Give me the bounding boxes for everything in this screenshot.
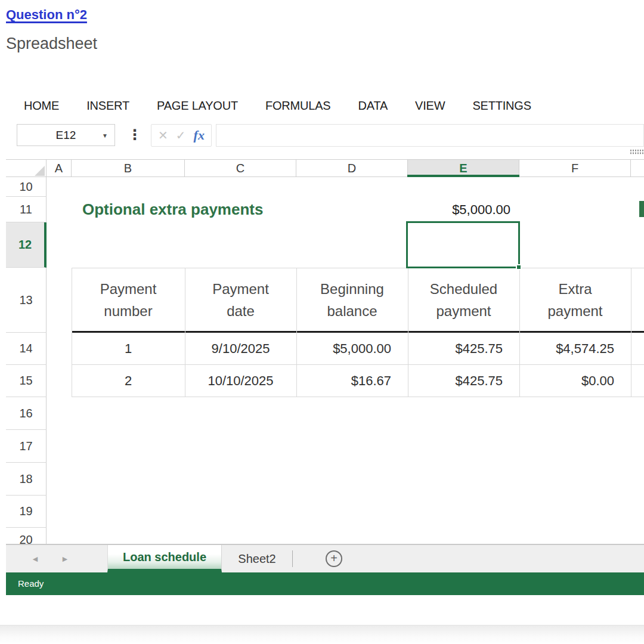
menu-settings[interactable]: SETTINGS [472, 98, 531, 113]
sheet-tab-bar: ◀ ▶ Loan schedule Sheet2 + [6, 544, 644, 572]
cell-ref-label: E12 [56, 129, 76, 142]
row-header-16[interactable]: 16 [6, 397, 47, 430]
cell-e11-value[interactable]: $5,000.00 [408, 197, 519, 222]
sheet-tab-sheet2[interactable]: Sheet2 [222, 545, 292, 572]
menu-insert[interactable]: INSERT [86, 98, 129, 113]
tab-scroll-right-icon[interactable]: ▶ [58, 545, 72, 572]
cell-e15[interactable]: $425.75 [408, 365, 519, 397]
column-header-e-selected[interactable]: E [408, 160, 519, 177]
cancel-entry-icon[interactable]: ✕ [158, 128, 168, 143]
add-sheet-icon[interactable]: + [326, 550, 342, 567]
cell-b15[interactable]: 2 [72, 365, 185, 397]
row-header-18[interactable]: 18 [6, 463, 47, 496]
column-header-c[interactable]: C [185, 160, 296, 177]
page-bottom-band [0, 625, 644, 644]
table-row-border-2 [72, 397, 644, 397]
row-header-12-selected[interactable]: 12 [6, 222, 47, 268]
header-cell-beginning-balance[interactable]: Beginningbalance [296, 268, 408, 331]
cell-c15[interactable]: 10/10/2025 [185, 365, 296, 397]
kebab-menu-icon[interactable]: ⋮ [129, 123, 141, 146]
row-header-20-partial[interactable]: 20 [6, 528, 47, 544]
question-link[interactable]: Question n°2 [6, 7, 87, 23]
select-all-corner[interactable] [6, 160, 47, 177]
column-header-f[interactable]: F [519, 160, 631, 177]
page: Question n°2 Spreadsheet HOME INSERT PAG… [0, 0, 644, 644]
cell-g11-clipped-text [639, 201, 644, 217]
formula-input[interactable] [216, 124, 644, 147]
row-header-14[interactable]: 14 [6, 333, 47, 365]
menu-bar: HOME INSERT PAGE LAYOUT FORMULAS DATA VI… [24, 98, 531, 113]
row-header-19[interactable]: 19 [6, 496, 47, 528]
cell-c14[interactable]: 9/10/2025 [185, 333, 296, 364]
menu-data[interactable]: DATA [358, 98, 388, 113]
chevron-down-icon[interactable]: ▼ [102, 132, 108, 139]
status-bar: Ready [6, 572, 644, 595]
cell-f14[interactable]: $4,574.25 [519, 333, 631, 364]
row-header-13[interactable]: 13 [6, 268, 47, 333]
corner-triangle-icon [35, 166, 45, 176]
cell-d15[interactable]: $16.67 [296, 365, 408, 397]
header-cell-extra-payment[interactable]: Extrapayment [519, 268, 631, 331]
cell-b11-optional-extra-payments[interactable]: Optional extra payments [82, 197, 263, 222]
cell-name-box[interactable]: E12 ▼ [17, 124, 115, 146]
formula-actions: ✕ ✓ fx [151, 124, 212, 147]
confirm-entry-icon[interactable]: ✓ [176, 128, 186, 143]
menu-view[interactable]: VIEW [415, 98, 445, 113]
status-text: Ready [18, 578, 44, 589]
column-header-a[interactable]: A [47, 160, 72, 177]
tab-separator [292, 550, 293, 567]
row-header-10[interactable]: 10 [6, 177, 47, 197]
cell-e14[interactable]: $425.75 [408, 333, 519, 364]
cell-d14[interactable]: $5,000.00 [296, 333, 408, 364]
row-header-15[interactable]: 15 [6, 365, 47, 397]
menu-home[interactable]: HOME [24, 98, 59, 113]
scroll-grip-icon[interactable] [630, 149, 644, 155]
cell-f15[interactable]: $0.00 [519, 365, 631, 397]
header-cell-payment-date[interactable]: Paymentdate [185, 268, 296, 331]
table-vline-fg [631, 268, 631, 397]
menu-page-layout[interactable]: PAGE LAYOUT [157, 98, 238, 113]
column-header-d[interactable]: D [296, 160, 408, 177]
sheet-tab-loan-schedule[interactable]: Loan schedule [107, 545, 222, 572]
page-subtitle: Spreadsheet [6, 35, 97, 53]
row-header-column: 10 11 12 13 14 15 16 17 18 19 20 [6, 177, 47, 544]
insert-function-icon[interactable]: fx [194, 128, 205, 143]
fill-handle[interactable] [516, 264, 522, 270]
cell-b14[interactable]: 1 [72, 333, 185, 364]
row-header-11[interactable]: 11 [6, 197, 47, 222]
selected-cell-e12[interactable] [406, 221, 520, 268]
column-header-row: A B C D E F [6, 159, 644, 177]
tab-scroll-left-icon[interactable]: ◀ [29, 545, 42, 572]
column-header-b[interactable]: B [72, 160, 185, 177]
header-cell-payment-number[interactable]: Paymentnumber [72, 268, 185, 331]
row-header-17[interactable]: 17 [6, 430, 47, 463]
header-cell-scheduled-payment[interactable]: Scheduledpayment [408, 268, 519, 331]
menu-formulas[interactable]: FORMULAS [265, 98, 331, 113]
column-header-g-partial[interactable] [631, 160, 644, 177]
spreadsheet-grid: A B C D E F 10 11 12 13 14 15 16 17 18 1… [0, 159, 644, 544]
